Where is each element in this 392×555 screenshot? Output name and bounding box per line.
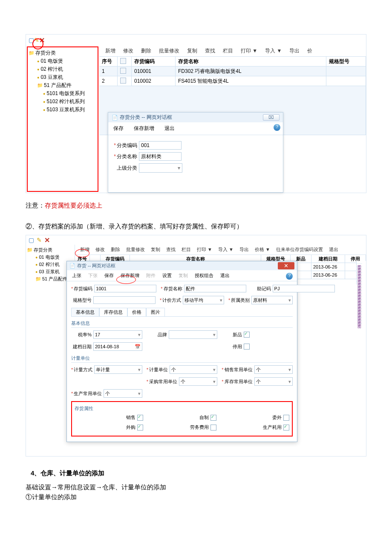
- code-input[interactable]: [94, 285, 156, 292]
- tb-copy[interactable]: 复制: [184, 46, 201, 55]
- cell[interactable]: [118, 66, 132, 76]
- table-row[interactable]: 1 010001FD302 巧睿电脑版电饭煲4L: [99, 66, 366, 76]
- save-button[interactable]: 保存: [108, 123, 129, 134]
- stockunit-select[interactable]: 个▾: [254, 377, 293, 386]
- spec-input[interactable]: [93, 296, 156, 304]
- next-button: 下张: [85, 271, 101, 280]
- doc-icon: 📄: [69, 263, 75, 269]
- tab-image[interactable]: 图片: [146, 308, 165, 316]
- attr-produse-label: 生产耗用: [261, 424, 282, 431]
- brand-label: 品牌: [147, 332, 167, 338]
- category-select[interactable]: 原材料▾: [251, 296, 293, 304]
- tb-price[interactable]: 价格 ▼: [252, 246, 273, 254]
- tb-del[interactable]: 删除: [108, 246, 123, 254]
- close-button[interactable]: ✕: [278, 262, 294, 269]
- tb-print[interactable]: 打印 ▼: [237, 46, 261, 55]
- measmode-label: 计量方式: [71, 367, 92, 373]
- th-seq: 序号: [99, 57, 118, 66]
- tax-select[interactable]: 17▾: [93, 330, 142, 339]
- attr-outsrc-checkbox[interactable]: [283, 415, 289, 421]
- produnit-select[interactable]: 个▾: [104, 389, 142, 398]
- code-input[interactable]: [139, 141, 182, 150]
- tb-exit[interactable]: 退出: [326, 246, 341, 254]
- tb-import[interactable]: 导入 ▼: [216, 246, 236, 254]
- edit-icon: ✎: [37, 237, 42, 243]
- settings-button[interactable]: 设置: [159, 271, 175, 280]
- parent-select[interactable]: ▾: [139, 163, 182, 173]
- attr-sale-checkbox[interactable]: [137, 415, 143, 421]
- tb-find[interactable]: 查找: [202, 46, 219, 55]
- new-checkbox[interactable]: [244, 332, 250, 338]
- exit-button[interactable]: 退出: [159, 123, 180, 134]
- tb-find[interactable]: 查找: [164, 246, 178, 254]
- exit-button[interactable]: 退出: [217, 271, 233, 280]
- tab-stock[interactable]: 库存信息: [99, 308, 127, 316]
- table-row[interactable]: 2 010002FS4015 智能电饭煲4L: [99, 76, 366, 86]
- brand-select[interactable]: ▾: [169, 330, 218, 339]
- tree-item[interactable]: 5102 榨汁机系列: [29, 98, 97, 106]
- tb-col[interactable]: 栏目: [179, 246, 193, 254]
- stop-checkbox[interactable]: [244, 344, 250, 350]
- tree-item[interactable]: 03 豆浆机: [29, 73, 97, 81]
- date-input[interactable]: 2014-08-18📅: [93, 342, 142, 351]
- unit-label: 计量单位: [147, 367, 168, 373]
- tb-print[interactable]: 打印 ▼: [194, 246, 215, 254]
- right-rail: 图图图图图图图图图图图图图图图图图图图图图: [356, 261, 366, 284]
- attr-service-checkbox[interactable]: [210, 425, 216, 431]
- tree-item[interactable]: 01 电饭煲: [27, 254, 74, 261]
- spec-label: 规格型号: [71, 297, 92, 304]
- tb-vendor[interactable]: 往来单位存货编码设置: [274, 246, 326, 254]
- prev-button[interactable]: 上张: [69, 271, 85, 280]
- measmode-select[interactable]: 单计量▾: [94, 365, 142, 374]
- cell: 1: [99, 66, 118, 76]
- tab-price[interactable]: 价格: [127, 308, 146, 316]
- tb-batch[interactable]: 批量修改: [156, 46, 183, 55]
- cell[interactable]: [118, 76, 132, 86]
- buyunit-select[interactable]: 个▾: [179, 377, 217, 386]
- tab-basic[interactable]: 基本信息: [71, 308, 99, 316]
- th: 建档日期: [311, 255, 345, 263]
- save-new-button[interactable]: 保存新增: [129, 123, 159, 134]
- tb-export[interactable]: 导出: [237, 246, 251, 254]
- attr-buy-checkbox[interactable]: [137, 425, 143, 431]
- tb-edit[interactable]: 修改: [93, 246, 107, 254]
- tb-edit[interactable]: 修改: [120, 46, 137, 55]
- tree-root[interactable]: 存货分类: [27, 246, 74, 254]
- stop-label: 停用: [222, 344, 242, 350]
- body-text-2: ①计量单位的添加: [26, 493, 366, 501]
- attr-self-checkbox[interactable]: [210, 415, 216, 421]
- tb-batch[interactable]: 批量修改: [124, 246, 147, 254]
- tree-item[interactable]: 5103 豆浆机系列: [29, 106, 97, 114]
- saleunit-select[interactable]: 个▾: [254, 365, 293, 374]
- tb-import[interactable]: 导入 ▼: [262, 46, 285, 55]
- toolbar: 新增 修改 删除 批量修改 复制 查找 栏目 打印 ▼ 导入 ▼ 导出 价: [99, 46, 366, 56]
- save-button[interactable]: 保存: [101, 271, 117, 280]
- dialog-close-button[interactable]: ⌧: [263, 114, 280, 121]
- tb-price[interactable]: 价: [304, 46, 316, 55]
- authgroup-button[interactable]: 授权组合: [191, 271, 217, 280]
- tree-item[interactable]: 5101 电饭煲系列: [29, 90, 97, 98]
- name-label: 分类名称: [112, 153, 137, 160]
- pricemode-select[interactable]: 移动平均▾: [183, 296, 224, 304]
- tb-add[interactable]: 新增: [102, 46, 119, 55]
- th-name: 存货名称: [176, 57, 326, 66]
- help-icon[interactable]: ?: [274, 124, 280, 131]
- tb-copy[interactable]: 复制: [148, 246, 163, 254]
- cell: FD302 巧睿电脑版电饭煲4L: [176, 66, 326, 76]
- tree-item[interactable]: 01 电饭煲: [29, 57, 97, 65]
- name-input[interactable]: [184, 285, 246, 292]
- tb-del[interactable]: 删除: [138, 46, 155, 55]
- cell: [326, 66, 366, 76]
- unit-select[interactable]: 个▾: [170, 365, 217, 374]
- attach-button: 附件: [143, 271, 159, 280]
- titlebar-icons: ▢ ✎ ✕: [26, 35, 366, 46]
- name-input[interactable]: [139, 152, 182, 161]
- tree-item[interactable]: 02 榨汁机: [29, 65, 97, 73]
- tree-root[interactable]: 存货分类: [29, 49, 97, 57]
- attr-produse-checkbox[interactable]: [283, 425, 289, 431]
- help-icon[interactable]: ?: [286, 273, 293, 280]
- tree-sub[interactable]: 51 产品配件: [29, 81, 97, 90]
- mnem-input[interactable]: [273, 285, 335, 292]
- tb-export[interactable]: 导出: [286, 46, 303, 55]
- tb-col[interactable]: 栏目: [219, 46, 236, 55]
